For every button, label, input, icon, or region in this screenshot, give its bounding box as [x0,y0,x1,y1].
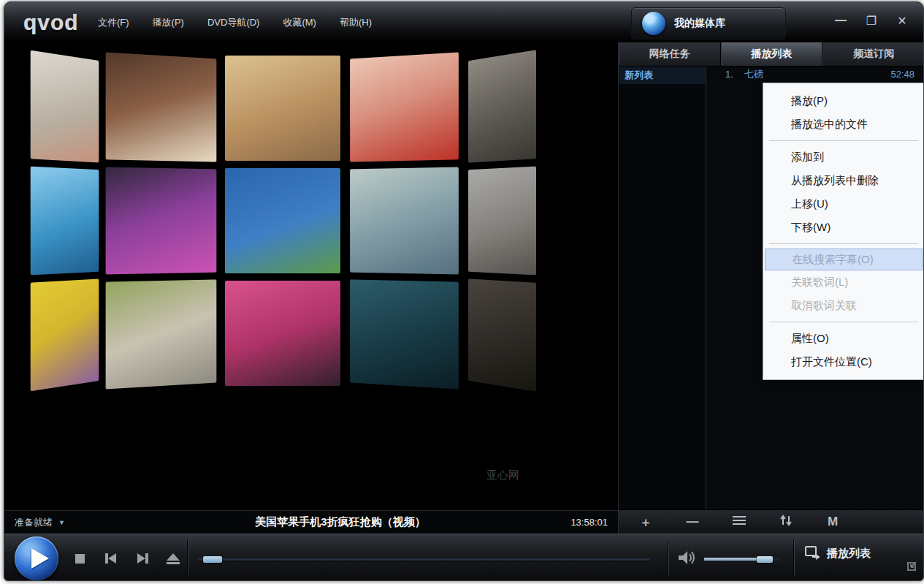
speaker-icon[interactable] [678,550,697,565]
chevron-down-icon: ▼ [58,519,65,526]
previous-button[interactable] [98,550,123,566]
progress-track[interactable] [199,558,650,561]
next-icon [137,553,145,564]
menu-item-move-down[interactable]: 下移(W) [763,216,924,239]
title-bar: qvod 文件(F) 播放(P) DVD导航(D) 收藏(M) 帮助(H) 我的… [4,2,923,42]
divider [793,540,794,575]
menu-item-play-selected[interactable]: 播放选中的文件 [763,113,924,136]
tab-channel-subscription[interactable]: 频道订阅 [822,42,924,66]
play-button[interactable] [15,536,58,580]
playlist-item[interactable]: 1. 七磅 52:48 [706,67,924,83]
video-thumbnail [350,167,459,275]
wall-column [31,50,99,392]
playlist-item-title: 七磅 [744,67,885,83]
status-dropdown[interactable]: 准备就绪 ▼ [4,516,143,529]
video-thumbnail [225,168,340,273]
playlist-group[interactable]: 新列表 [619,67,706,84]
eject-button[interactable] [161,550,186,566]
video-thumbnail [106,167,217,275]
playlist-item-index: 1. [725,67,744,83]
playlist-group-column: 新列表 [619,67,706,509]
stop-icon [75,554,85,564]
progress-thumb[interactable] [203,556,222,563]
globe-icon [642,12,665,35]
media-library-header[interactable]: 我的媒体库 [631,7,786,39]
playlist-toggle-button[interactable]: 播放列表 [805,546,871,561]
volume-slider[interactable] [704,556,780,563]
menu-help[interactable]: 帮助(H) [340,16,372,29]
context-menu: 播放(P) 播放选中的文件 添加到 从播放列表中删除 上移(U) 下移(W) 在… [763,83,924,380]
next-icon [145,553,148,564]
wall-column [468,50,536,391]
playlist-item-duration: 52:48 [890,67,915,83]
progress-slider[interactable] [199,556,650,562]
menu-item-unlink-lyrics: 取消歌词关联 [763,294,924,317]
stop-button[interactable] [67,550,92,566]
eject-icon [167,553,180,564]
next-button[interactable] [130,550,155,566]
playlist-toolbar: ＋ — M [619,509,924,534]
menu-dvd-nav[interactable]: DVD导航(D) [207,16,260,29]
video-thumbnail [225,281,340,386]
video-thumbnail [106,52,217,162]
wall-column [106,52,217,389]
menu-item-search-subtitles[interactable]: 在线搜索字幕(O) [765,249,923,270]
video-thumbnail [468,167,536,276]
clock: 13:58:01 [538,517,618,528]
menu-item-link-lyrics: 关联歌词(L) [763,270,924,294]
video-thumbnail [350,279,459,389]
video-thumbnail [106,279,217,389]
video-thumbnail [31,278,99,391]
wall-column [350,52,459,389]
video-thumbnail [31,167,99,276]
media-library-title: 我的媒体库 [674,17,725,30]
status-text: 准备就绪 [15,516,53,529]
menu-item-remove-from-playlist[interactable]: 从播放列表中删除 [763,169,924,192]
playlist-icon [805,546,821,561]
application-window: qvod 文件(F) 播放(P) DVD导航(D) 收藏(M) 帮助(H) 我的… [4,1,924,581]
divider [187,540,188,575]
playlist-toggle-label: 播放列表 [827,547,871,561]
panel-tabs: 网络任务 播放列表 频道订阅 [619,42,924,67]
status-bar: 准备就绪 ▼ 美国苹果手机3折疯狂抢购（视频） 13:58:01 [4,510,618,534]
now-playing-title: 美国苹果手机3折疯狂抢购（视频） [143,515,538,529]
video-thumbnail-wall [32,56,587,386]
previous-icon [108,553,116,564]
watermark: 亚心网 [486,469,519,482]
menu-item-play[interactable]: 播放(P) [763,89,924,113]
resize-grip-icon[interactable] [906,561,917,572]
menu-favorites[interactable]: 收藏(M) [283,16,316,29]
remove-button[interactable]: — [683,515,702,529]
menu-separator [769,140,918,141]
video-thumbnail [468,278,536,391]
menu-separator [769,243,918,244]
video-thumbnail [225,56,340,161]
maximize-button[interactable]: ❐ [863,14,879,28]
video-area[interactable]: 亚心网 [4,42,618,510]
menu-item-move-up[interactable]: 上移(U) [763,192,924,216]
mark-button[interactable]: M [823,515,842,529]
qvod-logo: qvod [23,10,79,35]
menu-file[interactable]: 文件(F) [98,16,129,29]
menu-item-properties[interactable]: 属性(O) [763,327,924,350]
list-mode-icon[interactable] [730,514,749,531]
menu-bar: 文件(F) 播放(P) DVD导航(D) 收藏(M) 帮助(H) [98,2,372,42]
control-bar: 播放列表 [4,534,923,581]
play-icon [31,548,49,569]
volume-thumb[interactable] [757,556,773,563]
tab-network-tasks[interactable]: 网络任务 [619,42,721,66]
add-button[interactable]: ＋ [636,514,655,531]
video-thumbnail [350,52,459,162]
tab-playlist[interactable]: 播放列表 [721,42,823,66]
minimize-button[interactable]: — [833,14,849,28]
menu-play[interactable]: 播放(P) [153,16,184,29]
menu-separator [769,322,918,322]
close-button[interactable]: ✕ [894,14,910,28]
video-thumbnail [468,50,536,162]
divider [668,540,668,575]
sort-icon[interactable] [776,515,795,530]
menu-item-open-file-location[interactable]: 打开文件位置(C) [763,350,924,373]
menu-item-add-to[interactable]: 添加到 [763,145,924,169]
video-thumbnail [31,50,99,163]
volume-fill [704,558,765,561]
